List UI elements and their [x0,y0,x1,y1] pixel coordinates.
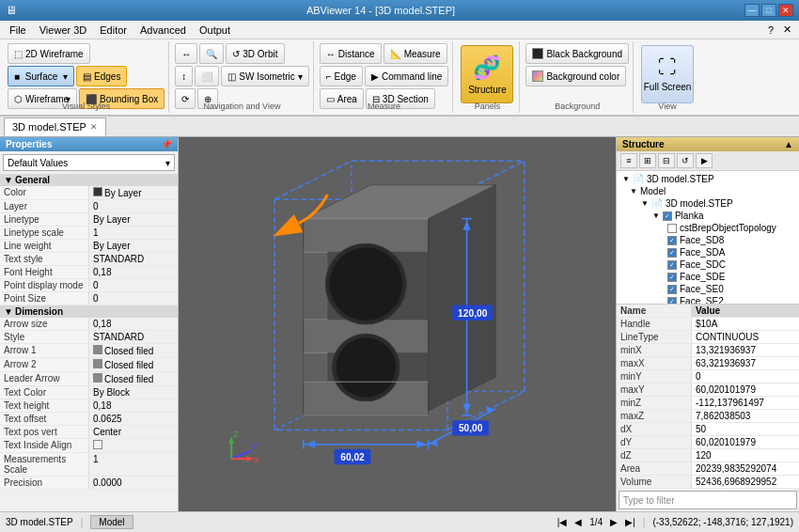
btn-2d-wireframe[interactable]: ⬚ 2D Wireframe [8,43,90,64]
prop-dx: dX 50 [617,423,799,436]
nav-last-icon[interactable]: ▶| [625,517,635,527]
btn-bg-color[interactable]: Background color [525,66,626,86]
btn-3d-orbit[interactable]: ↺ 3D Orbit [226,43,284,64]
tree-face-sde[interactable]: ✓ Face_SDE [619,271,797,283]
struct-btn-2[interactable]: ⊞ [639,153,656,168]
val-maxy: 60,020101979 [692,383,799,396]
minimize-button[interactable]: — [744,4,760,17]
prop-label-arrow1: Arrow 1 [0,344,89,357]
tree-arrow3-icon: ▼ [641,199,649,208]
menu-viewer3d[interactable]: Viewer 3D [34,23,93,38]
menu-output[interactable]: Output [194,23,236,38]
close-panel-icon[interactable]: ✕ [779,23,795,36]
filter-input[interactable]: Type to filter [619,491,797,509]
prop-text-height: Text height 0,18 [0,399,178,413]
btn-edge[interactable]: ⌐ Edge [320,66,363,86]
prop-label-text-offset: Text offset [0,413,89,425]
tree-cst[interactable]: cstBrepObjectTopology [619,222,797,234]
struct-btn-1[interactable]: ≡ [620,153,637,168]
dimension-section-header[interactable]: ▼ Dimension [0,305,178,318]
btn-surface[interactable]: ■ Surface ▾ [8,66,74,86]
tree-planka[interactable]: ▼ ✓ Planka [619,210,797,222]
prop-label-layer: Layer [0,200,89,212]
btn-command-line[interactable]: ▶ Command line [365,66,448,86]
tree-model[interactable]: ▼ Model [619,185,797,197]
btn-fullscreen[interactable]: ⛶ Full Screen [641,45,694,103]
col-name: Name [617,305,692,317]
key-linetype: LineType [617,331,692,343]
struct-btn-4[interactable]: ↺ [677,153,694,168]
btn-sw-isometric[interactable]: ◫ SW Isometric ▾ [221,66,308,86]
nav-prev-icon[interactable]: ◀ [574,517,582,527]
bg-color-icon [532,70,543,82]
btn-nav3[interactable]: ↕ [175,66,193,86]
tree-root[interactable]: ▼ 📄 3D model.STEP [619,173,797,185]
prop-handle: Handle $10A [617,318,799,331]
svg-text:Z: Z [233,430,239,439]
window-controls: — □ ✕ [744,4,793,17]
tree-step-label: 3D model.STEP [666,198,733,209]
model-tab-btn[interactable]: Model [90,515,133,529]
val-dy: 60,020101979 [692,436,799,448]
tab-close-icon[interactable]: ✕ [90,122,98,132]
maximize-button[interactable]: □ [761,4,776,17]
nav-first-icon[interactable]: |◀ [557,517,568,527]
struct-btn-5[interactable]: ▶ [696,153,713,168]
background-label: Background [522,102,633,111]
svg-text:120,00: 120,00 [458,308,488,319]
menu-editor[interactable]: Editor [94,23,133,38]
prop-text-pos-vert: Text pos vert Center [0,426,178,439]
general-section-header[interactable]: ▼ General [0,174,178,186]
tree-file-icon: 📄 [633,174,644,184]
prop-val-text-inside [89,439,178,452]
prop-color: Color By Layer [0,186,178,200]
prop-text-inside-align: Text Inside Align [0,439,178,453]
prop-volume: Volume 52436,6968929952 [617,476,799,489]
tree-check-planka[interactable]: ✓ [663,211,672,221]
btn-measure[interactable]: 📐 Measure [384,43,447,64]
structure-tree[interactable]: ▼ 📄 3D model.STEP ▼ Model ▼ 📄 3D model.S… [617,171,799,304]
properties-dropdown[interactable]: Default Values ▾ [3,154,175,171]
btn-edges[interactable]: ▤ Edges [76,66,127,86]
tree-check-se2[interactable]: ✓ [667,297,677,305]
menu-bar: File Viewer 3D Editor Advanced Output ? … [0,21,799,39]
tree-step[interactable]: ▼ 📄 3D model.STEP [619,197,797,210]
menu-advanced[interactable]: Advanced [134,23,192,38]
btn-black-bg[interactable]: Black Background [525,43,629,64]
tree-check-se0[interactable]: ✓ [667,285,677,294]
tree-check-sde[interactable]: ✓ [667,273,677,282]
btn-distance[interactable]: ↔ Distance [320,43,382,64]
tree-check-cst[interactable] [667,224,677,233]
structure-expand-icon[interactable]: ▲ [784,139,793,149]
struct-btn-3[interactable]: ⊟ [658,153,675,168]
prop-label-precision: Precision [0,477,89,489]
btn-nav1[interactable]: ↔ [175,43,197,64]
tree-check-sdc[interactable]: ✓ [667,260,677,270]
btn-nav2[interactable]: 🔍 [199,43,224,64]
svg-point-22 [329,247,402,321]
prop-label-leader-arrow: Leader Arrow [0,372,89,385]
general-label: General [15,175,50,185]
key-minx: minX [617,344,692,356]
close-button[interactable]: ✕ [778,4,793,17]
menu-file[interactable]: File [4,23,32,38]
view-label: View [635,102,699,111]
prop-val-line-weight: By Layer [89,240,178,252]
btn-structure[interactable]: 🧬 Structure [461,45,513,103]
tree-check-sd8[interactable]: ✓ [667,236,677,245]
viewport[interactable]: 120,00 60,02 50,00 X Y Z [179,137,616,511]
dropdown-icon: ▾ [63,71,68,82]
nav-next-icon[interactable]: ▶ [610,517,618,527]
tree-face-sdc[interactable]: ✓ Face_SDC [619,258,797,271]
tree-face-se0[interactable]: ✓ Face_SE0 [619,283,797,295]
help-icon[interactable]: ? [764,24,777,36]
prop-label-color: Color [0,186,89,199]
tree-face-se2[interactable]: ✓ Face_SE2 [619,295,797,304]
tree-face-sda[interactable]: ✓ Face_SDA [619,246,797,258]
tree-check-sda[interactable]: ✓ [667,248,677,258]
properties-pin-icon[interactable]: 📌 [161,139,172,149]
prop-label-text-color: Text Color [0,386,89,399]
btn-nav4[interactable]: ⬜ [195,66,219,86]
tree-face-sd8[interactable]: ✓ Face_SD8 [619,234,797,246]
val-dz: 120 [692,449,799,462]
